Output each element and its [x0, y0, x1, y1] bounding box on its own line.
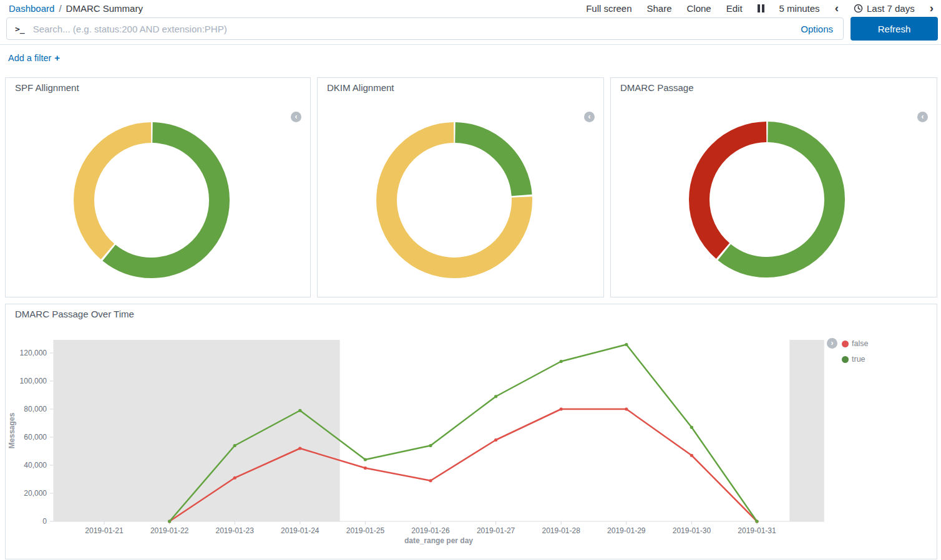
- top-navbar: Dashboard / DMARC Summary Full screen Sh…: [0, 0, 941, 16]
- chart-legend: false true: [842, 339, 868, 364]
- dkim-donut-chart[interactable]: [375, 121, 534, 282]
- panel-dkim-alignment: DKIM Alignment ‹: [317, 77, 604, 297]
- point-true-2019-01-30[interactable]: [690, 426, 693, 429]
- y-tick-label: 60,000: [24, 433, 47, 442]
- legend-dot-false: [842, 340, 849, 347]
- legend-collapse-button chevron-left-icon[interactable]: ‹: [917, 112, 928, 122]
- point-true-2019-01-28[interactable]: [560, 360, 563, 363]
- y-tick-label: 100,000: [20, 377, 47, 385]
- point-true-2019-01-23[interactable]: [233, 444, 236, 447]
- edit-button[interactable]: Edit: [726, 3, 743, 14]
- breadcrumb: Dashboard / DMARC Summary: [9, 3, 143, 14]
- donut-svg: [688, 120, 846, 279]
- panel-dmarc-passage: DMARC Passage ‹: [610, 77, 937, 297]
- full-screen-button[interactable]: Full screen: [586, 3, 631, 14]
- x-tick-label: 2019-01-22: [150, 526, 189, 535]
- x-tick-label: 2019-01-30: [673, 526, 711, 535]
- timeline-svg: 020,00040,00060,00080,000100,000120,0002…: [6, 304, 937, 559]
- toolbar: Full screen Share Clone Edit 5 minutes ‹…: [586, 2, 934, 14]
- donut-svg: [72, 121, 231, 279]
- point-true-2019-01-25[interactable]: [364, 458, 367, 461]
- query-row: >_ Options Refresh: [0, 17, 941, 41]
- x-tick-label: 2019-01-26: [411, 526, 450, 535]
- time-filter-shade: [53, 340, 339, 521]
- legend-expand-button chevron-right-icon[interactable]: ›: [827, 338, 837, 349]
- add-filter-link[interactable]: Add a filter: [8, 53, 51, 63]
- breadcrumb-current: DMARC Summary: [66, 3, 143, 14]
- legend-dot-true: [842, 356, 849, 363]
- x-tick-label: 2019-01-29: [607, 526, 646, 535]
- x-tick-label: 2019-01-24: [281, 526, 319, 535]
- x-tick-label: 2019-01-23: [216, 526, 255, 535]
- panel-title: DMARC Passage: [620, 82, 694, 93]
- legend-collapse-button chevron-left-icon[interactable]: ‹: [584, 112, 595, 122]
- time-filter-shade: [789, 340, 824, 521]
- point-true-2019-01-26[interactable]: [429, 444, 432, 447]
- point-true-2019-01-31[interactable]: [755, 519, 758, 523]
- x-axis-title: date_range per day: [404, 536, 473, 545]
- dmarc-donut-chart[interactable]: [688, 120, 846, 281]
- y-tick-label: 40,000: [24, 461, 47, 470]
- x-tick-label: 2019-01-21: [85, 526, 124, 535]
- y-axis-title: Messages: [7, 412, 16, 448]
- legend-label-true: true: [852, 355, 865, 364]
- y-tick-label: 0: [42, 517, 47, 526]
- point-true-2019-01-22[interactable]: [168, 519, 171, 523]
- filter-bar: Add a filter +: [8, 52, 60, 63]
- x-tick-label: 2019-01-25: [346, 526, 385, 535]
- point-false-2019-01-23[interactable]: [233, 476, 236, 480]
- legend-item-true[interactable]: true: [842, 355, 868, 364]
- legend-label-false: false: [852, 339, 868, 348]
- search-bar: >_ Options: [6, 17, 844, 40]
- legend-collapse-button chevron-left-icon[interactable]: ‹: [291, 112, 301, 122]
- time-prev-button chevron-left-icon[interactable]: ‹: [835, 2, 839, 14]
- refresh-button[interactable]: Refresh: [851, 17, 938, 41]
- point-true-2019-01-24[interactable]: [298, 409, 301, 412]
- header-divider: [0, 44, 941, 45]
- plus-icon: +: [54, 52, 60, 63]
- y-tick-label: 20,000: [24, 489, 47, 498]
- time-range-label: Last 7 days: [867, 3, 915, 14]
- point-false-2019-01-27[interactable]: [494, 438, 497, 442]
- legend-item-false[interactable]: false: [842, 339, 868, 348]
- x-tick-label: 2019-01-31: [738, 526, 776, 535]
- clone-button[interactable]: Clone: [687, 3, 711, 14]
- clock-icon: [854, 4, 863, 13]
- point-false-2019-01-30[interactable]: [690, 454, 693, 457]
- donut-svg: [375, 121, 534, 279]
- x-tick-label: 2019-01-28: [542, 526, 581, 535]
- point-false-2019-01-29[interactable]: [625, 407, 628, 410]
- terminal-prompt-icon: >_: [15, 24, 25, 34]
- timeline-line-chart[interactable]: 020,00040,00060,00080,000100,000120,0002…: [6, 304, 937, 559]
- point-false-2019-01-25[interactable]: [364, 466, 367, 470]
- options-link[interactable]: Options: [801, 24, 833, 34]
- pause-icon[interactable]: [758, 4, 764, 12]
- point-false-2019-01-26[interactable]: [429, 479, 432, 482]
- refresh-interval-button[interactable]: 5 minutes: [779, 3, 820, 14]
- breadcrumb-separator: /: [59, 3, 61, 14]
- search-input[interactable]: [32, 23, 801, 35]
- panel-title: DKIM Alignment: [327, 82, 394, 93]
- point-false-2019-01-24[interactable]: [298, 447, 301, 450]
- x-tick-label: 2019-01-27: [477, 526, 515, 535]
- y-tick-label: 120,000: [20, 349, 47, 357]
- time-range-picker[interactable]: Last 7 days: [854, 3, 915, 14]
- spf-donut-chart[interactable]: [72, 121, 231, 282]
- share-button[interactable]: Share: [646, 3, 671, 14]
- point-true-2019-01-29[interactable]: [625, 343, 628, 346]
- panel-title: SPF Allignment: [15, 82, 79, 93]
- panel-spf-alignment: SPF Allignment ‹: [5, 77, 311, 297]
- y-tick-label: 80,000: [24, 405, 47, 413]
- time-next-button chevron-right-icon[interactable]: ›: [930, 2, 934, 14]
- breadcrumb-dashboard-link[interactable]: Dashboard: [9, 3, 54, 14]
- point-false-2019-01-28[interactable]: [560, 407, 563, 410]
- panel-dmarc-passage-over-time: DMARC Passage Over Time 020,00040,00060,…: [5, 304, 937, 559]
- point-true-2019-01-27[interactable]: [494, 395, 497, 398]
